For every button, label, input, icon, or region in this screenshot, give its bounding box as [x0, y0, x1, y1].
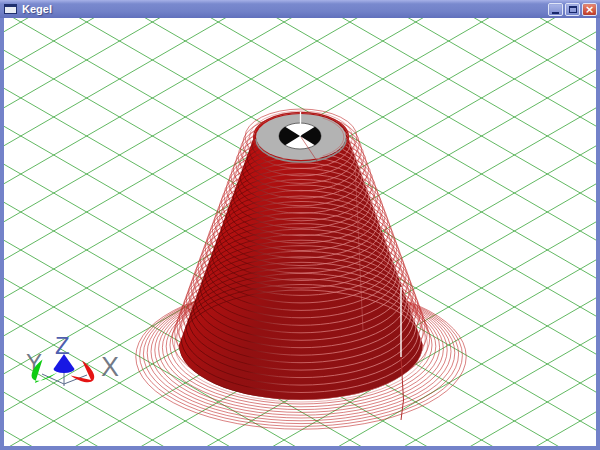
- axis-label-z: Z: [55, 332, 70, 359]
- maximize-icon: [569, 6, 577, 13]
- close-icon: ×: [585, 4, 594, 15]
- axis-label-x: X: [101, 352, 119, 382]
- minimize-icon: [552, 12, 559, 14]
- app-icon: [4, 4, 17, 14]
- title-bar[interactable]: Kegel ×: [0, 0, 600, 18]
- window-title: Kegel: [22, 0, 548, 18]
- minimize-button[interactable]: [548, 3, 563, 16]
- window-controls: ×: [548, 3, 597, 16]
- maximize-button[interactable]: [565, 3, 580, 16]
- axis-triad: Z X Y: [26, 332, 119, 386]
- app-window: Kegel ×: [0, 0, 600, 450]
- viewport-3d[interactable]: Z X Y: [4, 18, 596, 446]
- viewport-container: Z X Y: [4, 18, 596, 446]
- close-button[interactable]: ×: [582, 3, 597, 16]
